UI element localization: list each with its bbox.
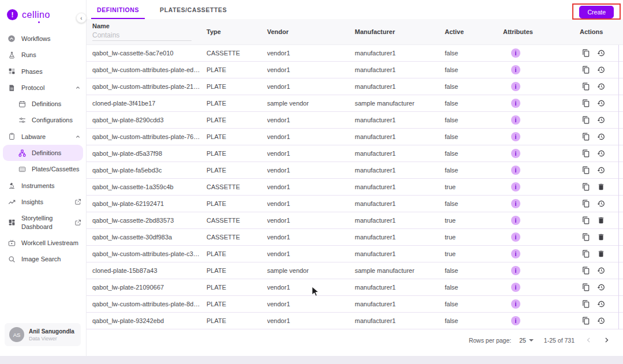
- copy-button[interactable]: [582, 283, 590, 291]
- history-button[interactable]: [597, 283, 605, 291]
- history-button[interactable]: [597, 317, 605, 325]
- delete-button[interactable]: [597, 216, 605, 224]
- table-row[interactable]: qabot_lw-cassette-2bd83573CASSETTEvendor…: [87, 212, 623, 229]
- rows-per-page-select[interactable]: 25: [519, 337, 534, 344]
- table-row[interactable]: cloned-plate-3f41be17PLATEsample vendors…: [87, 95, 623, 112]
- attributes-info-icon[interactable]: i: [511, 48, 520, 58]
- sidebar-item-labware[interactable]: Labware: [0, 129, 86, 145]
- type-cell: CASSETTE: [207, 50, 267, 57]
- copy-button[interactable]: [582, 267, 590, 275]
- table-row[interactable]: qabot_lw-cassette-1a359c4bCASSETTEvendor…: [87, 179, 623, 196]
- delete-button[interactable]: [597, 233, 605, 241]
- table-row[interactable]: qabot_lw-plate-21090667PLATEvendor1manuf…: [87, 279, 623, 296]
- attributes-info-icon[interactable]: i: [511, 316, 520, 325]
- copy-button[interactable]: [582, 166, 590, 174]
- copy-button[interactable]: [582, 183, 590, 191]
- brand-logo: ! cellino: [0, 0, 86, 28]
- sidebar-item-insights[interactable]: Insights: [0, 194, 86, 210]
- type-cell: PLATE: [207, 100, 267, 107]
- attributes-info-icon[interactable]: i: [511, 132, 520, 141]
- table-row[interactable]: qabot_lw-plate-d5a37f98PLATEvendor1manuf…: [87, 145, 623, 162]
- copy-button[interactable]: [582, 317, 590, 325]
- table-row[interactable]: qabot_lw-plate-93242ebdPLATEvendor1manuf…: [87, 313, 623, 329]
- sidebar-item-definitions[interactable]: Definitions: [0, 96, 86, 112]
- table-row[interactable]: qabot_lw-plate-fa5ebd3cPLATEvendor1manuf…: [87, 162, 623, 179]
- table-row[interactable]: cloned-plate-15b87a43PLATEsample vendors…: [87, 262, 623, 279]
- attributes-info-icon[interactable]: i: [511, 115, 520, 125]
- sidebar-collapse-button[interactable]: ‹: [76, 13, 87, 23]
- sidebar-item-protocol[interactable]: Protocol: [0, 80, 86, 96]
- attributes-info-icon[interactable]: i: [511, 99, 520, 108]
- copy-button[interactable]: [582, 233, 590, 241]
- attributes-info-icon[interactable]: i: [511, 182, 520, 192]
- history-button[interactable]: [597, 99, 605, 107]
- sidebar-item-instruments[interactable]: Instruments: [0, 178, 86, 194]
- copy-button[interactable]: [582, 149, 590, 157]
- sidebar-item-workcell-livestream[interactable]: Workcell Livestream: [0, 235, 86, 251]
- copy-button[interactable]: [582, 250, 590, 258]
- attributes-info-icon[interactable]: i: [511, 249, 520, 258]
- history-button[interactable]: [597, 300, 605, 308]
- name-filter-input[interactable]: [92, 29, 192, 41]
- copy-button[interactable]: [582, 66, 590, 74]
- copy-button[interactable]: [582, 216, 590, 224]
- history-button[interactable]: [597, 66, 605, 74]
- scrollbar-track[interactable]: [618, 45, 619, 329]
- attributes-info-icon[interactable]: i: [511, 266, 520, 275]
- history-button[interactable]: [597, 116, 605, 124]
- attributes-info-icon[interactable]: i: [511, 82, 520, 91]
- history-button[interactable]: [597, 166, 605, 174]
- history-button[interactable]: [597, 133, 605, 141]
- sidebar-item-workflows[interactable]: Workflows: [0, 31, 86, 47]
- copy-button[interactable]: [582, 200, 590, 208]
- sidebar-item-configurations[interactable]: Configurations: [0, 112, 86, 128]
- attributes-info-icon[interactable]: i: [511, 65, 520, 74]
- type-cell: PLATE: [207, 167, 267, 174]
- sidebar-item-image-search[interactable]: Image Search: [0, 251, 86, 267]
- attributes-info-icon[interactable]: i: [511, 283, 520, 292]
- table-row[interactable]: qabot_lw-custom-attributes-plate-76c9031…: [87, 129, 623, 145]
- sidebar-item-storytelling-dashboard[interactable]: Storytelling Dashboard: [0, 210, 86, 235]
- table-row[interactable]: qabot_lw-custom-attributes-plate-21c55ef…: [87, 78, 623, 95]
- copy-button[interactable]: [582, 82, 590, 91]
- delete-button[interactable]: [597, 250, 605, 258]
- history-button[interactable]: [597, 149, 605, 157]
- table-row[interactable]: qabot_lw-plate-8290cdd3PLATEvendor1manuf…: [87, 112, 623, 129]
- history-button[interactable]: [597, 49, 605, 57]
- user-profile[interactable]: AS Anil Sanugondla Data Viewer: [5, 323, 81, 346]
- sidebar-item-plates-cassettes[interactable]: Plates/Cassettes: [0, 161, 86, 177]
- delete-button[interactable]: [597, 183, 605, 191]
- sidebar-item-phases[interactable]: Phases: [0, 63, 86, 80]
- attributes-info-icon[interactable]: i: [511, 199, 520, 208]
- history-button[interactable]: [597, 82, 605, 91]
- copy-button[interactable]: [582, 99, 590, 107]
- vendor-cell: vendor1: [267, 301, 355, 307]
- sidebar-item-definitions[interactable]: Definitions: [3, 145, 83, 161]
- attributes-info-icon[interactable]: i: [511, 149, 520, 158]
- active-cell: false: [445, 133, 503, 140]
- attributes-cell: i: [503, 249, 580, 258]
- copy-button[interactable]: [582, 116, 590, 124]
- attributes-info-icon[interactable]: i: [511, 166, 520, 175]
- create-button[interactable]: Create: [579, 6, 614, 18]
- table-row[interactable]: qabot_lw-cassette-5ac7e010CASSETTEvendor…: [87, 45, 623, 62]
- sidebar-item-runs[interactable]: Runs: [0, 47, 86, 63]
- manufacturer-cell: manufacturer1: [355, 150, 445, 157]
- table-row[interactable]: qabot_lw-custom-attributes-plate-8d670fb…: [87, 296, 623, 313]
- copy-button[interactable]: [582, 133, 590, 141]
- copy-button[interactable]: [582, 49, 590, 57]
- table-row[interactable]: qabot_lw-custom-attributes-plate-c3169cb…: [87, 246, 623, 262]
- table-row[interactable]: qabot_lw-plate-62192471PLATEvendor1manuf…: [87, 196, 623, 212]
- copy-button[interactable]: [582, 300, 590, 308]
- next-page-button[interactable]: [603, 336, 610, 344]
- table-row[interactable]: qabot_lw-cassette-30df983aCASSETTEvendor…: [87, 229, 623, 246]
- table-row[interactable]: qabot_lw-custom-attributes-plate-ed9df3a…: [87, 62, 623, 78]
- history-button[interactable]: [597, 267, 605, 275]
- attributes-info-icon[interactable]: i: [511, 299, 520, 309]
- attributes-info-icon[interactable]: i: [511, 216, 520, 225]
- tab-definitions[interactable]: DEFINITIONS: [87, 0, 149, 19]
- tab-plates-cassettes[interactable]: PLATES/CASSETTES: [149, 0, 237, 19]
- history-button[interactable]: [597, 200, 605, 208]
- previous-page-button[interactable]: [585, 336, 592, 344]
- attributes-info-icon[interactable]: i: [511, 232, 520, 242]
